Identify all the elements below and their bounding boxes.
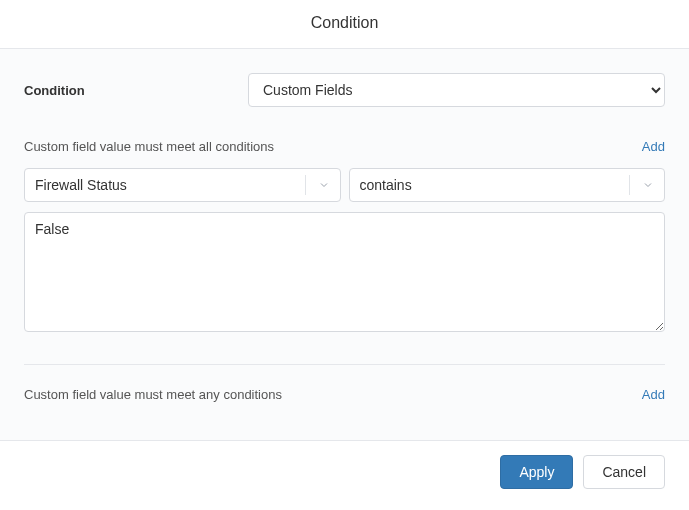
condition-row: Condition Custom Fields <box>24 73 665 107</box>
condition-label: Condition <box>24 83 248 98</box>
chevron-down-icon <box>318 179 330 191</box>
condition-value-textarea[interactable] <box>24 212 665 332</box>
condition-builder-row: Firewall Status contains <box>24 168 665 202</box>
dialog-body: Condition Custom Fields Custom field val… <box>0 49 689 440</box>
all-conditions-label: Custom field value must meet all conditi… <box>24 139 274 154</box>
dialog-title: Condition <box>0 0 689 49</box>
cancel-button[interactable]: Cancel <box>583 455 665 489</box>
custom-field-select-value: Firewall Status <box>35 177 127 193</box>
add-all-condition-link[interactable]: Add <box>642 139 665 154</box>
section-divider <box>24 364 665 365</box>
select-divider <box>305 175 306 195</box>
select-divider <box>629 175 630 195</box>
any-conditions-header: Custom field value must meet any conditi… <box>24 387 665 402</box>
chevron-down-icon <box>642 179 654 191</box>
custom-field-select[interactable]: Firewall Status <box>24 168 341 202</box>
operator-select[interactable]: contains <box>349 168 666 202</box>
all-conditions-header: Custom field value must meet all conditi… <box>24 139 665 154</box>
add-any-condition-link[interactable]: Add <box>642 387 665 402</box>
operator-select-value: contains <box>360 177 412 193</box>
condition-select[interactable]: Custom Fields <box>248 73 665 107</box>
dialog-footer: Apply Cancel <box>0 440 689 503</box>
apply-button[interactable]: Apply <box>500 455 573 489</box>
any-conditions-label: Custom field value must meet any conditi… <box>24 387 282 402</box>
